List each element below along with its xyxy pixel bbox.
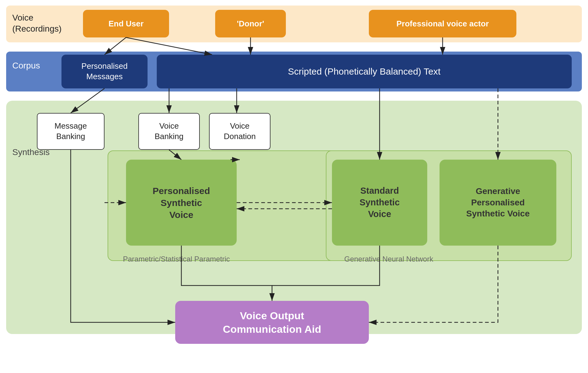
generative-label: Generative Neural Network xyxy=(344,255,433,263)
scripted-text-box: Scripted (Phonetically Balanced) Text xyxy=(157,55,572,88)
voice-recordings-label: Voice (Recordings) xyxy=(12,12,61,35)
personalised-synthetic-voice-box: Personalised Synthetic Voice xyxy=(126,160,237,246)
personalised-messages-box: Personalised Messages xyxy=(61,55,148,88)
donor-box: 'Donor' xyxy=(215,10,286,37)
diagram: Voice (Recordings) End User 'Donor' Prof… xyxy=(0,0,588,373)
message-banking-box: Message Banking xyxy=(37,113,105,150)
end-user-box: End User xyxy=(83,10,169,37)
standard-synthetic-voice-box: Standard Synthetic Voice xyxy=(332,160,427,246)
parametric-label: Parametric/Statistical Parametric xyxy=(123,255,230,263)
voice-donation-box: Voice Donation xyxy=(209,113,270,150)
voca-box: Voice Output Communication Aid xyxy=(175,301,369,344)
corpus-label: Corpus xyxy=(12,61,40,71)
generative-personalised-box: Generative Personalised Synthetic Voice xyxy=(440,160,556,246)
voice-banking-box: Voice Banking xyxy=(138,113,200,150)
professional-box: Professional voice actor xyxy=(369,10,516,37)
